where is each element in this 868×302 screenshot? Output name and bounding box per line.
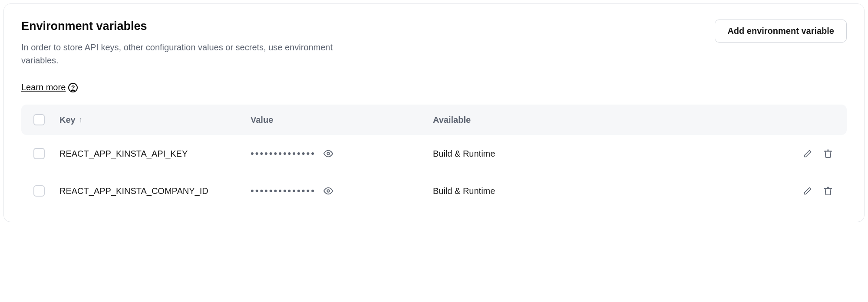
edit-button[interactable]	[802, 148, 814, 160]
section-title: Environment variables	[21, 20, 351, 33]
table-row: REACT_APP_KINSTA_COMPANY_ID ••••••••••••…	[21, 172, 847, 210]
row-select-cell	[33, 185, 59, 197]
add-env-var-button[interactable]: Add environment variable	[715, 20, 847, 43]
trash-icon	[823, 149, 833, 158]
svg-point-1	[327, 190, 330, 192]
key-cell: REACT_APP_KINSTA_COMPANY_ID	[59, 186, 251, 196]
value-cell: ••••••••••••••	[251, 184, 433, 197]
trash-icon	[823, 186, 833, 196]
eye-icon	[323, 186, 333, 196]
pencil-icon	[803, 149, 812, 158]
value-column-header[interactable]: Value	[251, 115, 433, 125]
select-all-checkbox[interactable]	[33, 114, 45, 125]
pencil-icon	[803, 187, 812, 195]
learn-more-link[interactable]: Learn more ?	[21, 82, 78, 92]
delete-button[interactable]	[822, 184, 835, 197]
eye-icon	[323, 149, 333, 158]
key-cell: REACT_APP_KINSTA_API_KEY	[59, 149, 251, 159]
available-cell: Build & Runtime	[433, 186, 782, 196]
env-var-table: Key ↑ Value Available REACT_APP_KINSTA_A…	[21, 105, 847, 210]
row-actions	[782, 184, 835, 197]
help-icon: ?	[68, 83, 78, 92]
masked-value: ••••••••••••••	[251, 186, 316, 196]
row-actions	[782, 147, 835, 160]
row-checkbox[interactable]	[33, 185, 45, 197]
delete-button[interactable]	[822, 147, 835, 160]
svg-point-0	[327, 152, 330, 155]
edit-button[interactable]	[802, 185, 814, 197]
reveal-value-button[interactable]	[322, 184, 335, 197]
key-column-header[interactable]: Key ↑	[59, 115, 251, 125]
header-text-block: Environment variables In order to store …	[21, 20, 351, 67]
row-checkbox[interactable]	[33, 148, 45, 159]
key-header-label: Key	[59, 115, 76, 125]
table-header-row: Key ↑ Value Available	[21, 105, 847, 135]
env-variables-section: Environment variables In order to store …	[3, 3, 865, 222]
section-header: Environment variables In order to store …	[21, 20, 847, 67]
table-row: REACT_APP_KINSTA_API_KEY •••••••••••••• …	[21, 135, 847, 172]
row-select-cell	[33, 148, 59, 159]
value-cell: ••••••••••••••	[251, 147, 433, 160]
available-column-header[interactable]: Available	[433, 115, 782, 125]
sort-asc-icon: ↑	[79, 116, 83, 124]
select-all-cell	[33, 114, 59, 125]
reveal-value-button[interactable]	[322, 147, 335, 160]
masked-value: ••••••••••••••	[251, 149, 316, 158]
learn-more-label: Learn more	[21, 82, 66, 92]
section-subtitle: In order to store API keys, other config…	[21, 41, 351, 67]
available-cell: Build & Runtime	[433, 149, 782, 159]
